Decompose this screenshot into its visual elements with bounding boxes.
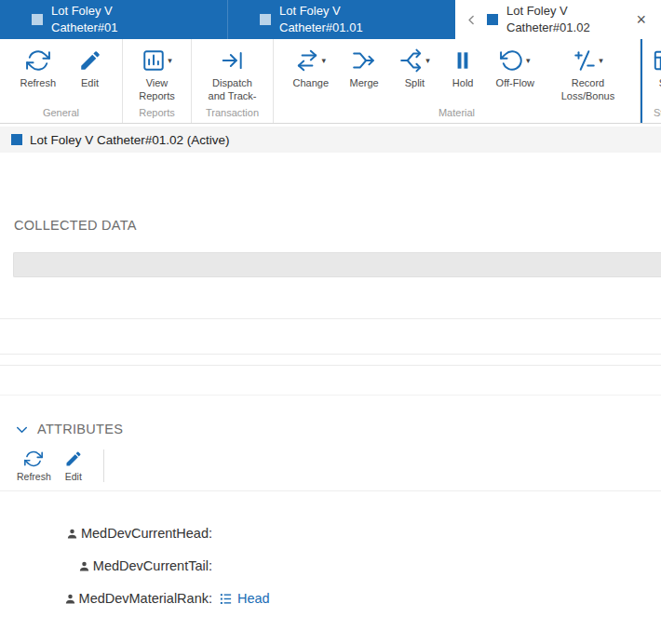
ribbon-group-material: ▾ Change Merge ▾ Split: [274, 39, 641, 123]
off-flow-button[interactable]: ▾ Off-Flow: [494, 47, 536, 90]
attributes-section-header[interactable]: ATTRIBUTES: [15, 422, 661, 436]
merge-arrows-icon: [352, 48, 376, 73]
collected-data-title: COLLECTED DATA: [14, 218, 661, 233]
lot-square-icon: [32, 14, 43, 25]
off-flow-label: Off-Flow: [496, 77, 534, 90]
refresh-icon: [26, 48, 50, 73]
refresh-label: Refresh: [20, 77, 56, 90]
tab-label: Lot Foley V Catheter#01: [51, 3, 118, 37]
view-reports-button[interactable]: ▾ View Reports: [126, 47, 189, 103]
attributes-refresh-label: Refresh: [17, 471, 51, 482]
dispatch-arrow-icon: [221, 48, 245, 73]
collected-data-grid-header: [13, 252, 661, 277]
tab-label-line2: Catheter#01: [51, 20, 118, 36]
hold-label: Hold: [452, 77, 474, 90]
edit-icon: [64, 449, 83, 468]
person-icon: [78, 560, 90, 572]
tab-lot-catheter-01-02[interactable]: Lot Foley V Catheter#01.02 ×: [455, 0, 661, 39]
separator: [0, 318, 661, 319]
ribbon-group-label: Reports: [123, 107, 191, 123]
attribute-value-text[interactable]: Head: [237, 591, 270, 606]
attributes-toolbar: Refresh Edit: [0, 449, 661, 491]
close-icon[interactable]: ×: [636, 11, 646, 28]
split-label: Split: [405, 77, 425, 90]
lot-status-title: Lot Foley V Catheter#01.02 (Active): [30, 133, 230, 147]
attribute-row: MedDevMaterialRank: Head: [0, 588, 661, 609]
person-icon: [66, 528, 78, 540]
plus-minus-icon: [573, 48, 597, 73]
storage-button[interactable]: St: [650, 47, 661, 90]
person-icon: [64, 593, 76, 605]
tab-lot-catheter-01-01[interactable]: Lot Foley V Catheter#01.01: [227, 0, 455, 39]
ribbon-group-storage: St Sto: [641, 39, 661, 123]
refresh-button[interactable]: Refresh: [18, 47, 58, 90]
change-swap-icon: [295, 48, 319, 73]
ribbon-group-reports: ▾ View Reports Reports: [123, 39, 192, 123]
tab-label-line1: Lot Foley V: [279, 3, 363, 20]
tab-label-line2: Catheter#01.02: [506, 20, 590, 36]
attributes-title: ATTRIBUTES: [37, 422, 123, 436]
dispatch-and-track-label: Dispatch and Track-: [205, 77, 261, 103]
split-button[interactable]: ▾ Split: [398, 47, 432, 90]
ribbon-group-label: Material: [274, 107, 640, 123]
record-loss-bonus-button[interactable]: ▾ Record Loss/Bonus: [553, 47, 622, 103]
separator: [0, 354, 661, 355]
attributes-edit-button[interactable]: Edit: [64, 449, 83, 482]
edit-label: Edit: [81, 77, 99, 90]
attribute-label: MedDevCurrentTail:: [0, 558, 212, 573]
tab-label: Lot Foley V Catheter#01.02: [506, 3, 590, 37]
tab-label-line2: Catheter#01.01: [279, 20, 363, 36]
ribbon-group-label: Sto: [642, 107, 661, 123]
dropdown-caret-icon[interactable]: ▾: [526, 56, 531, 65]
attribute-row: MedDevCurrentHead:: [0, 523, 661, 543]
lot-square-icon: [260, 14, 271, 25]
attribute-name: MedDevMaterialRank:: [79, 591, 212, 606]
lot-square-icon: [11, 134, 22, 145]
head-link[interactable]: Head: [219, 591, 270, 606]
change-button[interactable]: ▾ Change: [290, 47, 330, 90]
ribbon-group-label: Transaction: [192, 107, 273, 123]
lot-status-bar: Lot Foley V Catheter#01.02 (Active): [0, 127, 661, 153]
ribbon-group-general: Refresh Edit General: [0, 39, 123, 123]
list-icon: [219, 592, 233, 606]
lot-square-icon: [487, 14, 498, 25]
attributes-list: MedDevCurrentHead: MedDevCurrentTail: Me…: [0, 523, 661, 609]
ribbon-group-label: General: [0, 107, 122, 123]
off-flow-undo-icon: [500, 48, 524, 73]
attributes-refresh-button[interactable]: Refresh: [17, 449, 51, 482]
chevron-down-icon: [15, 423, 29, 436]
chevron-left-icon[interactable]: [465, 14, 478, 26]
attribute-label: MedDevMaterialRank:: [0, 591, 212, 606]
ribbon-group-transaction: Dispatch and Track- Transaction: [192, 39, 274, 123]
split-arrows-icon: [399, 48, 424, 73]
attributes-edit-label: Edit: [65, 471, 82, 482]
dropdown-caret-icon[interactable]: ▾: [321, 56, 326, 65]
edit-button[interactable]: Edit: [76, 47, 104, 90]
dropdown-caret-icon[interactable]: ▾: [425, 56, 430, 65]
toolbar-divider: [103, 449, 104, 482]
attribute-label: MedDevCurrentHead:: [0, 526, 212, 541]
refresh-icon: [24, 449, 43, 468]
merge-button[interactable]: Merge: [347, 47, 380, 90]
dropdown-caret-icon[interactable]: ▾: [599, 56, 603, 65]
tab-label-line1: Lot Foley V: [51, 3, 118, 20]
attribute-name: MedDevCurrentHead:: [81, 526, 212, 541]
change-label: Change: [292, 77, 329, 90]
tab-lot-catheter-01[interactable]: Lot Foley V Catheter#01: [0, 0, 227, 39]
attribute-row: MedDevCurrentTail:: [0, 556, 661, 576]
hold-button[interactable]: Hold: [449, 47, 477, 90]
view-reports-label: View Reports: [128, 77, 187, 103]
tab-label-line1: Lot Foley V: [506, 3, 590, 20]
record-loss-bonus-label: Record Loss/Bonus: [555, 77, 620, 103]
separator: [0, 365, 661, 366]
tab-label: Lot Foley V Catheter#01.01: [279, 3, 363, 37]
report-chart-icon: [142, 48, 166, 73]
dispatch-and-track-button[interactable]: Dispatch and Track-: [203, 47, 263, 103]
ribbon-toolbar: Refresh Edit General ▾ View Reports Repo…: [0, 39, 661, 124]
edit-icon: [78, 48, 102, 73]
tab-bar: Lot Foley V Catheter#01 Lot Foley V Cath…: [0, 0, 661, 39]
dropdown-caret-icon[interactable]: ▾: [168, 56, 172, 65]
attribute-name: MedDevCurrentTail:: [93, 558, 212, 573]
hold-pause-icon: [451, 48, 475, 73]
separator: [0, 395, 661, 396]
